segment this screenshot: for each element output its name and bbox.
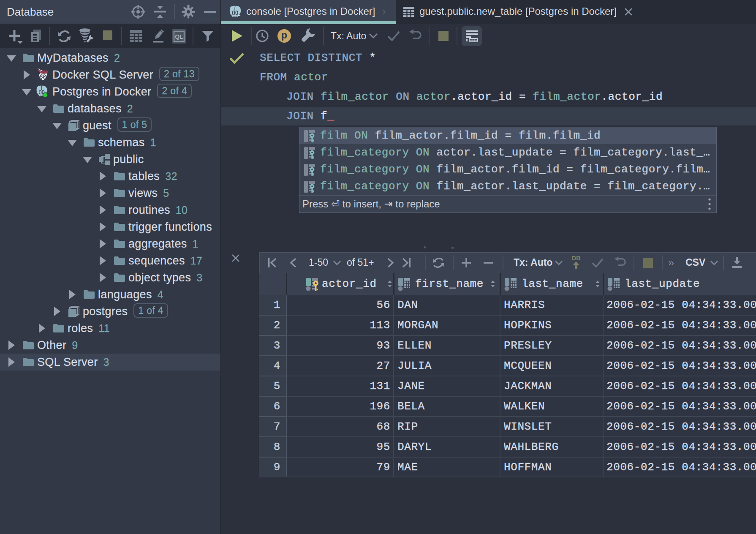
svg-text:QL: QL — [175, 33, 183, 40]
svg-text:DB: DB — [571, 254, 581, 262]
